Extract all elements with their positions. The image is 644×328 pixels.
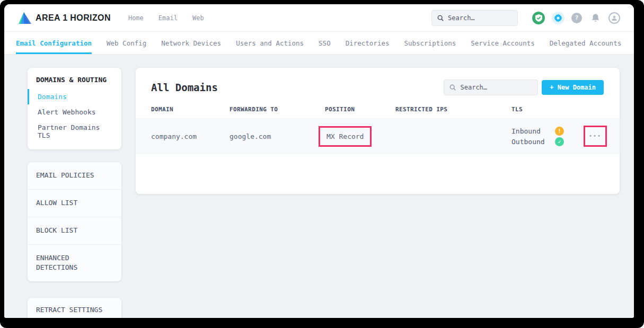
logo[interactable]: AREA 1 HORIZON (19, 12, 111, 24)
tab-delegated-accounts[interactable]: Delegated Accounts (550, 32, 621, 54)
row-actions: ••• (584, 126, 620, 147)
sidebar-item-allow-list[interactable]: ALLOW LIST (28, 190, 121, 217)
all-domains-card: All Domains + New Domain DOMAIN FORWARDI… (136, 68, 620, 194)
screenshot-frame: AREA 1 HORIZON Home Email Web (0, 0, 644, 328)
tab-subscriptions[interactable]: Subscriptions (404, 32, 456, 54)
col-position: POSITION (325, 106, 395, 113)
content-area: DOMAINS & ROUTING Domains Alert Webhooks… (4, 55, 634, 318)
page-title: All Domains (151, 82, 218, 93)
logo-triangle-icon (19, 12, 31, 24)
tab-users-and-actions[interactable]: Users and Actions (236, 32, 304, 54)
search-icon (437, 14, 444, 22)
col-tls: TLS (511, 106, 584, 113)
user-avatar-icon[interactable] (608, 12, 620, 24)
domains-search-input[interactable] (460, 84, 532, 91)
sidebar-item-enhanced-detections[interactable]: ENHANCED DETECTIONS (28, 245, 96, 282)
tls-outbound-label: Outbound (511, 138, 555, 146)
actions-highlight-annotation: ••• (584, 126, 607, 147)
col-forwarding-to: FORWARDING TO (230, 106, 325, 113)
position-cell: MX Record (325, 126, 395, 147)
sidebar-item-alert-webhooks[interactable]: Alert Webhooks (28, 104, 121, 120)
forwarding-cell: google.com (230, 132, 325, 140)
tab-directories[interactable]: Directories (346, 32, 390, 54)
top-nav: Home Email Web (128, 14, 204, 22)
domains-search[interactable] (444, 79, 538, 95)
sidebar-item-domains[interactable]: Domains (28, 89, 121, 104)
config-tabs: Email Configuration Web Config Network D… (4, 32, 634, 55)
help-icon[interactable]: ? (571, 13, 582, 23)
sidebar-item-partner-domains-tls[interactable]: Partner Domains TLS (28, 120, 121, 143)
topnav-web[interactable]: Web (192, 14, 204, 22)
domains-routing-card: DOMAINS & ROUTING Domains Alert Webhooks… (28, 68, 121, 149)
logo-text: AREA 1 HORIZON (36, 13, 111, 23)
sidebar-item-email-policies[interactable]: EMAIL POLICIES (28, 162, 121, 190)
shield-check-icon[interactable] (532, 12, 545, 24)
all-domains-header: All Domains + New Domain (136, 68, 620, 95)
sidebar: DOMAINS & ROUTING Domains Alert Webhooks… (28, 68, 121, 318)
domains-routing-title: DOMAINS & ROUTING (28, 76, 121, 84)
tls-cell: Inbound ! Outbound ✓ (511, 127, 584, 146)
tls-outbound-ok-icon: ✓ (555, 137, 564, 146)
search-icon (449, 84, 456, 91)
tls-inbound-label: Inbound (511, 127, 555, 135)
topbar: AREA 1 HORIZON Home Email Web (4, 4, 634, 32)
app-window: AREA 1 HORIZON Home Email Web (4, 4, 634, 318)
tab-email-configuration[interactable]: Email Configuration (16, 32, 92, 54)
domain-cell: company.com (151, 132, 230, 140)
topbar-right: ? (431, 10, 620, 26)
tab-sso[interactable]: SSO (319, 32, 331, 54)
global-search[interactable] (431, 10, 518, 26)
tab-network-devices[interactable]: Network Devices (161, 32, 221, 54)
table-row[interactable]: company.com google.com MX Record Inbound… (136, 118, 620, 154)
new-domain-button[interactable]: + New Domain (542, 80, 604, 95)
sidebar-sections-card: EMAIL POLICIES ALLOW LIST BLOCK LIST ENH… (28, 162, 121, 281)
gear-icon[interactable] (552, 12, 564, 24)
tls-inbound-warning-icon: ! (555, 127, 564, 136)
global-search-input[interactable] (448, 14, 512, 22)
sidebar-item-retract-settings[interactable]: RETRACT SETTINGS (28, 298, 121, 318)
tab-web-config[interactable]: Web Config (107, 32, 146, 54)
table-header: DOMAIN FORWARDING TO POSITION RESTRICTED… (136, 106, 620, 118)
tab-service-accounts[interactable]: Service Accounts (471, 32, 534, 54)
position-highlight-annotation: MX Record (319, 126, 372, 147)
topnav-email[interactable]: Email (158, 14, 178, 22)
topnav-home[interactable]: Home (128, 14, 144, 22)
sidebar-item-block-list[interactable]: BLOCK LIST (28, 217, 121, 245)
bell-icon[interactable] (589, 12, 602, 24)
retract-settings-card: RETRACT SETTINGS (28, 298, 121, 318)
row-actions-menu-icon[interactable]: ••• (589, 131, 602, 141)
col-restricted-ips: RESTRICTED IPS (395, 106, 511, 113)
col-domain: DOMAIN (151, 106, 230, 113)
